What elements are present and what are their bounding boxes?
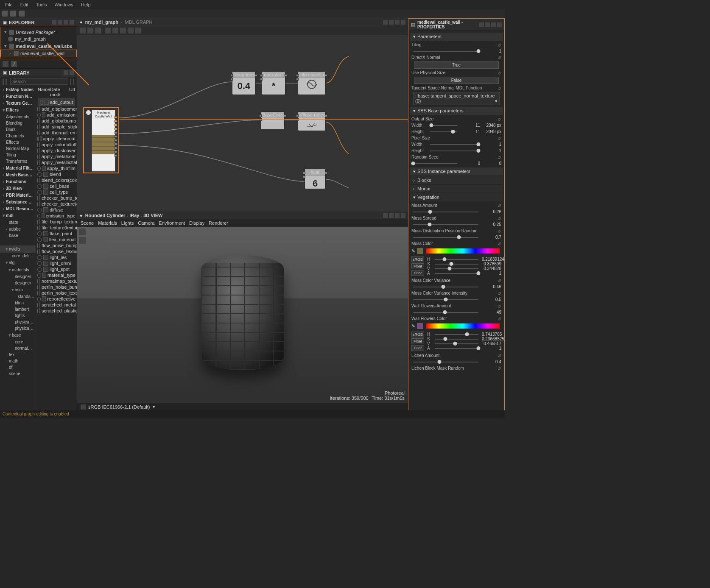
pin-icon[interactable] (383, 20, 388, 25)
library-item[interactable]: checker_texture(color,c... (36, 201, 77, 207)
library-category[interactable]: ›Texture Generators (0, 100, 36, 106)
home-icon[interactable] (3, 79, 4, 85)
reset-icon[interactable] (497, 366, 501, 371)
srgb-button[interactable]: sRGB (411, 256, 424, 262)
tool-icon[interactable] (80, 28, 86, 33)
library-item[interactable]: material_type (36, 272, 77, 278)
node-graph[interactable]: Medieval Castle Wall (77, 35, 408, 212)
reset-icon[interactable] (497, 55, 501, 60)
moss-variance-slider[interactable] (413, 286, 478, 288)
library-item[interactable]: add_simple_sticker (36, 124, 77, 130)
colorspace-icon[interactable] (81, 404, 86, 410)
maximize-icon[interactable] (491, 22, 496, 27)
tree-medieval-castle-wall[interactable]: ›medieval_castle_wall (0, 50, 77, 57)
library-category[interactable]: ›Mesh Based Generat... (0, 171, 36, 178)
moss-spread-slider[interactable] (413, 223, 478, 226)
list-view-icon[interactable] (73, 79, 74, 85)
section-mortar[interactable]: ›Mortar (410, 185, 503, 192)
tool-icon[interactable] (112, 28, 118, 33)
moss-h-slider[interactable] (435, 258, 478, 261)
graph-node-microfacet[interactable]: microfacet_ggx smith b... (298, 71, 326, 95)
tiling-slider[interactable] (413, 50, 478, 53)
library-category[interactable]: Blending (0, 120, 36, 126)
close-icon[interactable] (401, 213, 405, 218)
tree-my-mdl-graph[interactable]: my_mdl_graph (0, 36, 77, 42)
menu-windows[interactable]: Windows (51, 1, 77, 8)
library-item[interactable]: scratched_metal (36, 302, 77, 308)
flowers-a-slider[interactable] (435, 347, 478, 350)
library-item[interactable]: apply_clearcoat (36, 136, 77, 142)
reset-icon[interactable] (497, 155, 501, 159)
moss-dist-slider[interactable] (413, 236, 478, 239)
library-item[interactable]: add_thermal_emission (36, 130, 77, 136)
float-button[interactable]: Float (411, 338, 424, 344)
info-icon[interactable] (3, 61, 8, 67)
eyedropper-icon[interactable]: ✎ (411, 323, 415, 329)
tool-icon[interactable] (128, 28, 134, 33)
moss-color-swatch[interactable] (417, 248, 423, 254)
view3d-display[interactable]: Display (189, 220, 204, 226)
flowers-amount-slider[interactable] (413, 311, 478, 314)
library-item[interactable]: normalmap_texture(tex... (36, 278, 77, 284)
library-item[interactable]: add_globalbump (36, 118, 77, 124)
library-item[interactable]: flow_noise_texture(col... (36, 248, 77, 254)
library-category[interactable]: ▾base (0, 332, 36, 339)
window-icon[interactable] (485, 22, 490, 27)
camera-tool-icon[interactable] (79, 229, 86, 235)
view3d-lights[interactable]: Lights (121, 220, 134, 226)
pin-icon[interactable] (52, 20, 56, 25)
library-category[interactable]: normalma... (0, 345, 36, 351)
library-category[interactable]: lights (0, 312, 36, 319)
graph-node-basecolor[interactable]: BaseColor (261, 111, 285, 128)
library-search-input[interactable] (10, 78, 68, 85)
library-category[interactable]: state (0, 219, 36, 226)
tool-icon[interactable] (105, 28, 111, 33)
menu-tools[interactable]: Tools (33, 1, 50, 8)
undo-icon[interactable] (10, 11, 16, 17)
reset-icon[interactable] (497, 70, 501, 75)
reset-icon[interactable] (497, 241, 501, 246)
maximize-icon[interactable] (70, 70, 74, 75)
pin-icon[interactable] (383, 213, 388, 218)
library-category[interactable]: df (0, 364, 36, 371)
record-icon[interactable] (79, 237, 86, 244)
moss-variance-int-slider[interactable] (413, 298, 478, 301)
flowers-v-slider[interactable] (435, 343, 478, 345)
menu-edit[interactable]: Edit (17, 1, 32, 8)
window-icon[interactable] (389, 213, 394, 218)
section-blocks[interactable]: ›Blocks (410, 176, 503, 184)
flowers-color-swatch[interactable] (417, 323, 423, 329)
library-item[interactable]: checker_bump_texture(... (36, 195, 77, 201)
library-category[interactable]: scene (0, 371, 36, 377)
window-icon[interactable] (58, 20, 62, 25)
graph-node-diffuse[interactable]: diffuse reflection bsdf (298, 111, 326, 131)
library-category[interactable]: Transforms (0, 158, 36, 164)
tool-icon[interactable] (135, 28, 141, 33)
moss-s-slider[interactable] (435, 263, 478, 265)
output-height-slider[interactable] (430, 131, 457, 133)
library-item[interactable]: perlin_noise_texture(col... (36, 290, 77, 296)
library-item[interactable]: diffuse (36, 207, 77, 213)
library-item[interactable]: add_emission (36, 112, 77, 118)
camera-icon[interactable] (95, 28, 101, 33)
library-item[interactable]: blend (36, 171, 77, 177)
reset-icon[interactable] (497, 316, 501, 321)
view3d-camera[interactable]: Camera (138, 220, 154, 226)
view3d-materials[interactable]: Materials (98, 220, 117, 226)
library-item[interactable]: retroreflective (36, 296, 77, 302)
library-item[interactable]: cell_type (36, 189, 77, 195)
library-item[interactable]: scratched_plastic (36, 308, 77, 314)
reset-icon[interactable] (497, 203, 501, 208)
library-categories[interactable]: ›FxMap Nodes›Function Nodes›Texture Gene… (0, 86, 36, 410)
sbs-node-selection[interactable]: Medieval Castle Wall (83, 107, 119, 173)
brush-icon[interactable] (6, 79, 7, 85)
library-item[interactable]: cell_base (36, 183, 77, 189)
library-category[interactable]: ›PBR Materials (0, 192, 36, 198)
physical-toggle[interactable]: False (414, 77, 499, 84)
flowers-hue-strip[interactable] (426, 323, 500, 329)
library-category[interactable]: ›Material Filters (0, 164, 36, 171)
library-item[interactable]: apply_metallicflakes (36, 159, 77, 165)
library-category[interactable]: designer (0, 280, 36, 286)
graph-node-roughness[interactable]: Roughness0.4 (232, 71, 256, 95)
library-category[interactable]: Tiling (0, 152, 36, 158)
